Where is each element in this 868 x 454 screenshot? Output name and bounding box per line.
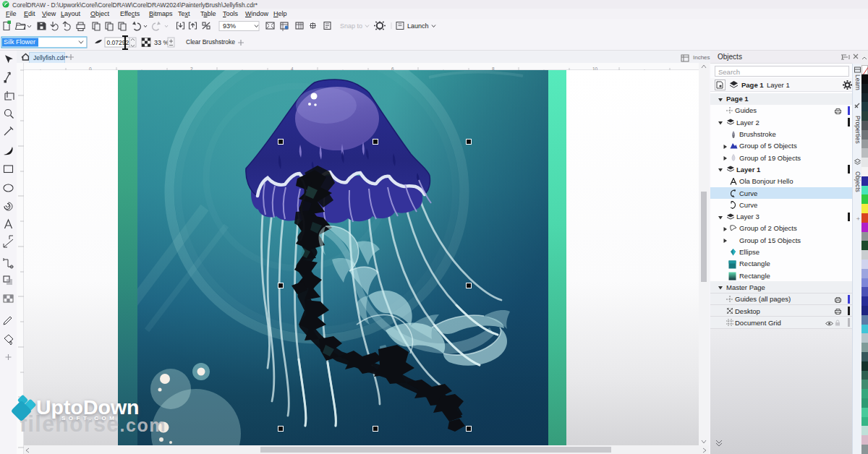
svg-text:Launch: Launch bbox=[407, 22, 429, 30]
svg-text:93%: 93% bbox=[223, 22, 236, 30]
svg-text:Snap to: Snap to bbox=[340, 22, 362, 30]
svg-text:Clear Brushstroke: Clear Brushstroke bbox=[186, 38, 235, 46]
svg-text:33 %: 33 % bbox=[154, 39, 169, 46]
svg-text:Silk Flower: Silk Flower bbox=[4, 38, 35, 46]
